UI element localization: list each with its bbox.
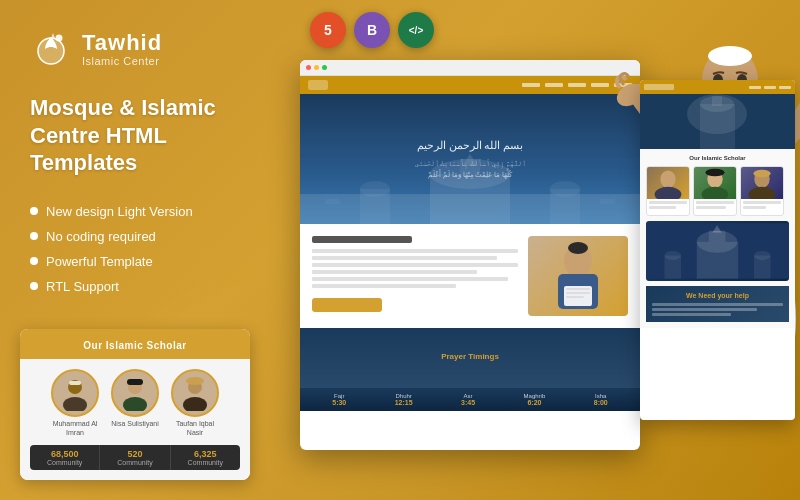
prayer-dhuhr: Dhuhr 12:15 [395,393,413,406]
html5-badge: 5 [310,12,346,48]
sec-help-section: We Need your help [646,286,789,322]
stat-item-1: 68,500 Community [30,445,100,470]
main-title: Mosque & Islamic Centre HTML Templates [30,94,240,177]
mockups-area: 5 B </> [240,0,800,500]
content-split [312,236,628,316]
nav-link-1 [522,83,540,87]
cta-button-bar [312,298,382,312]
feature-item-3: Powerful Template [30,249,240,274]
logo-text: Tawhid Islamic Center [82,31,162,67]
stat-item-2: 520 Community [100,445,170,470]
svg-point-19 [550,181,580,197]
line-3 [312,263,518,267]
svg-point-36 [655,187,682,199]
mockup-hero: بسم الله الرحمن الرحيم ٱللَّهُمَّ إِنِّي… [300,94,640,224]
features-list: New design Light Version No coding requi… [30,199,240,299]
sec-hero [640,94,795,149]
nav-link-3 [568,83,586,87]
line-5 [312,277,508,281]
svg-point-10 [186,377,204,385]
arabic-text: بسم الله الرحمن الرحيم ٱللَّهُمَّ إِنِّي… [405,127,536,191]
svg-rect-20 [325,199,340,204]
logo-name: Tawhid [82,31,162,55]
sec-cards-row [646,166,789,216]
sec-card-2 [693,166,737,216]
minimize-dot [314,65,319,70]
bottom-card-body: Muhammad Al Imran Nisa Sulistiyani [20,359,250,480]
prayer-times-row: Fajr 5:30 Dhuhr 12:15 Asr 3:45 Maghrib 6… [300,388,640,411]
svg-point-51 [754,251,771,260]
svg-rect-28 [566,296,584,298]
sec-card-1 [646,166,690,216]
feature-item-2: No coding required [30,224,240,249]
logo-area: Tawhid Islamic Center [30,28,240,70]
bootstrap-badge: B [354,12,390,48]
sec-card-3 [740,166,784,216]
svg-point-9 [183,397,207,411]
code-badge: </> [398,12,434,48]
close-dot [306,65,311,70]
sec-card-img-3 [741,167,783,199]
svg-rect-4 [69,381,81,385]
stat-item-3: 6,325 Community [171,445,240,470]
mockup-content [300,224,640,328]
text-block [312,236,518,312]
svg-point-1 [56,35,63,42]
svg-rect-7 [127,379,143,385]
svg-point-35 [660,171,675,188]
prayer-title: Prayer Timings [310,352,630,361]
sec-nav [640,80,795,94]
bullet-3 [30,257,38,265]
sec-card-img-1 [647,167,689,199]
logo-subtitle: Islamic Center [82,55,162,67]
bottom-scholar-card: Our Islamic Scholar Muhammad Al Imra [20,329,250,480]
maximize-dot [322,65,327,70]
main-background: Tawhid Islamic Center Mosque & Islamic C… [0,0,800,500]
mosque-image [646,221,789,281]
svg-point-39 [705,169,724,177]
feature-item-4: RTL Support [30,274,240,299]
tech-badges: 5 B </> [310,12,434,48]
svg-rect-26 [566,288,590,290]
svg-point-29 [568,242,588,254]
prayer-asr: Asr 3:45 [461,393,475,406]
secondary-mockup: Our Islamic Scholar [640,80,795,420]
nav-link-2 [545,83,563,87]
svg-rect-27 [566,292,590,294]
browser-bar [300,60,640,76]
bullet-4 [30,282,38,290]
svg-point-6 [123,397,147,411]
scholars-row: Muhammad Al Imran Nisa Sulistiyani [30,369,240,437]
line-2 [312,256,497,260]
avatar-2 [111,369,159,417]
svg-point-49 [664,251,681,260]
bullet-1 [30,207,38,215]
sec-nav-logo [644,84,674,90]
line-1 [312,249,518,253]
sec-scholar-title: Our Islamic Scholar [646,155,789,161]
svg-point-3 [63,397,87,411]
logo-icon [30,28,72,70]
svg-point-53 [708,46,752,66]
main-website-mockup: بسم الله الرحمن الرحيم ٱللَّهُمَّ إِنِّي… [300,60,640,450]
svg-point-42 [753,170,770,178]
line-4 [312,270,477,274]
bullet-2 [30,232,38,240]
sec-nav-links [749,86,791,89]
left-panel: Tawhid Islamic Center Mosque & Islamic C… [0,0,270,500]
svg-rect-34 [712,96,722,106]
avatar-1 [51,369,99,417]
svg-point-38 [702,187,729,199]
line-6 [312,284,456,288]
text-lines [312,249,518,288]
bottom-card-header: Our Islamic Scholar [20,329,250,359]
svg-point-17 [360,181,390,197]
avatar-3 [171,369,219,417]
mockup-nav [300,76,640,94]
scholar-avatar-2: Nisa Sulistiyani [109,369,161,437]
stats-row: 68,500 Community 520 Community 6,325 Com… [30,445,240,470]
section-title-bar [312,236,412,243]
svg-point-41 [749,187,776,199]
feature-item-1: New design Light Version [30,199,240,224]
sec-content: Our Islamic Scholar [640,149,795,328]
